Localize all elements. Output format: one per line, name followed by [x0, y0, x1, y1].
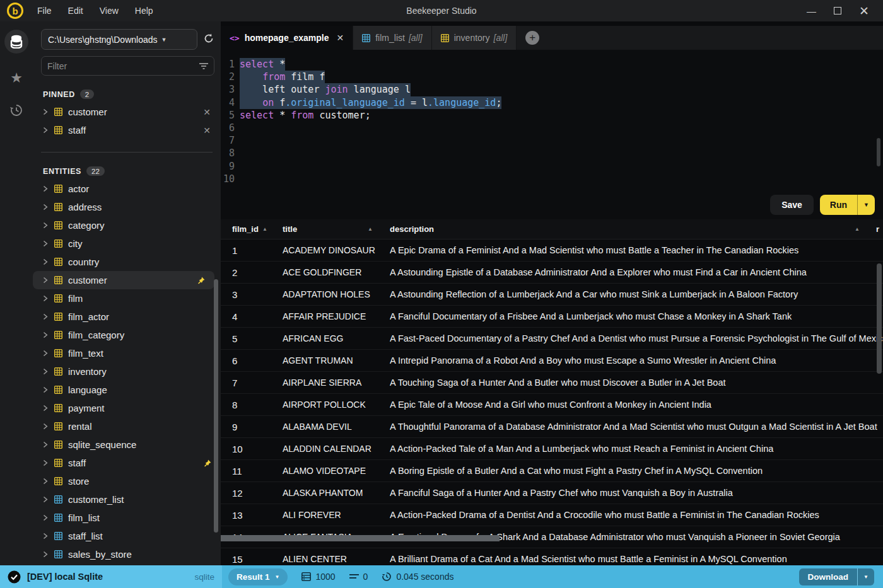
cell-film-id[interactable]: 13: [232, 510, 283, 521]
connection-select[interactable]: C:\Users\ghstng\Downloads ▼: [41, 29, 197, 50]
table-row[interactable]: 2ACE GOLDFINGERA Astounding Epistle of a…: [221, 262, 883, 284]
sidebar-item-address[interactable]: address: [33, 198, 221, 216]
chevron-right-icon[interactable]: [43, 533, 52, 539]
chevron-right-icon[interactable]: [43, 514, 52, 521]
sidebar-item-category[interactable]: category: [33, 216, 221, 234]
column-header-film_id[interactable]: film_id▲: [232, 224, 283, 234]
table-row[interactable]: 3ADAPTATION HOLESA Astounding Reflection…: [221, 284, 883, 306]
sidebar-item-staff_list[interactable]: staff_list: [33, 527, 221, 545]
cell-title[interactable]: ALASKA PHANTOM: [283, 488, 390, 498]
cell-description[interactable]: A Touching Saga of a Hunter And a Butler…: [390, 378, 883, 388]
download-button[interactable]: Download: [799, 568, 858, 585]
sidebar-item-film_actor[interactable]: film_actor: [33, 308, 221, 326]
cell-description[interactable]: A Fast-Paced Documentary of a Pastry Che…: [390, 333, 883, 343]
chevron-right-icon[interactable]: [43, 350, 52, 357]
column-header-description[interactable]: description: [390, 224, 883, 234]
table-row[interactable]: 10ALADDIN CALENDARA Action-Packed Tale o…: [221, 438, 883, 460]
chevron-right-icon[interactable]: [43, 441, 52, 448]
chevron-right-icon[interactable]: [43, 108, 52, 115]
chevron-right-icon[interactable]: [43, 331, 52, 338]
favorites-button[interactable]: ★: [0, 70, 33, 86]
chevron-right-icon[interactable]: [43, 277, 52, 284]
table-row[interactable]: 4AFFAIR PREJUDICEA Fanciful Documentary …: [221, 306, 883, 328]
editor-scrollbar[interactable]: [877, 138, 880, 166]
run-button-label[interactable]: Run: [820, 195, 857, 215]
cell-film-id[interactable]: 10: [232, 444, 283, 454]
cell-description[interactable]: A Fanciful Documentary of a Frisbee And …: [390, 311, 883, 321]
cell-description[interactable]: A Brilliant Drama of a Cat And a Mad Sci…: [390, 554, 883, 564]
filter-input[interactable]: [47, 61, 199, 71]
cell-film-id[interactable]: 6: [232, 355, 283, 366]
pin-icon[interactable]: [197, 276, 206, 285]
cell-description[interactable]: A Action-Packed Tale of a Man And a Lumb…: [390, 444, 883, 454]
chevron-right-icon[interactable]: [43, 386, 52, 393]
cell-title[interactable]: AFFAIR PREJUDICE: [283, 311, 390, 321]
tab-inventory[interactable]: inventory[all]: [432, 26, 517, 50]
result-selector-button[interactable]: Result 1 ▼: [228, 568, 288, 585]
cell-title[interactable]: ADAPTATION HOLES: [283, 289, 390, 299]
table-row[interactable]: 5AFRICAN EGGA Fast-Paced Documentary of …: [221, 328, 883, 350]
pinned-item-customer[interactable]: customer✕: [33, 103, 221, 121]
cell-film-id[interactable]: 5: [232, 333, 283, 344]
chevron-right-icon[interactable]: [43, 204, 52, 210]
table-row[interactable]: 12ALASKA PHANTOMA Fanciful Saga of a Hun…: [221, 482, 883, 504]
menu-edit[interactable]: Edit: [68, 6, 83, 16]
chevron-right-icon[interactable]: [43, 368, 52, 375]
sidebar-item-film_list[interactable]: film_list: [33, 509, 221, 527]
sidebar-item-payment[interactable]: payment: [33, 399, 221, 417]
history-button[interactable]: [0, 103, 33, 118]
chevron-right-icon[interactable]: [43, 185, 52, 192]
cell-film-id[interactable]: 9: [232, 422, 283, 432]
run-dropdown-caret[interactable]: ▼: [858, 195, 875, 215]
download-dropdown-caret[interactable]: ▼: [858, 568, 874, 585]
sort-arrow-icon[interactable]: ▲: [855, 226, 860, 232]
cell-title[interactable]: ALI FOREVER: [283, 510, 390, 520]
sidebar-item-sales_by_store[interactable]: sales_by_store: [33, 545, 221, 563]
cell-title[interactable]: AIRPORT POLLOCK: [283, 400, 390, 410]
table-row[interactable]: 13ALI FOREVERA Action-Packed Drama of a …: [221, 504, 883, 526]
editor-line-10[interactable]: 10: [221, 173, 883, 185]
unpin-close-icon[interactable]: ✕: [203, 125, 211, 135]
chevron-right-icon[interactable]: [43, 551, 52, 558]
pinned-item-staff[interactable]: staff✕: [33, 121, 221, 139]
table-row[interactable]: 7AIRPLANE SIERRAA Touching Saga of a Hun…: [221, 372, 883, 394]
sidebar-item-rental[interactable]: rental: [33, 417, 221, 435]
cell-film-id[interactable]: 8: [232, 400, 283, 410]
sidebar-item-country[interactable]: country: [33, 253, 221, 271]
sidebar-item-customer[interactable]: customer: [33, 271, 214, 289]
unpin-close-icon[interactable]: ✕: [203, 107, 211, 117]
cell-film-id[interactable]: 7: [232, 378, 283, 388]
cell-film-id[interactable]: 15: [232, 554, 283, 565]
chevron-right-icon[interactable]: [43, 258, 52, 265]
editor-line-3[interactable]: 3 left outer join language l: [221, 83, 883, 96]
editor-line-2[interactable]: 2 from film f: [221, 71, 883, 83]
editor-line-4[interactable]: 4 on f.original_language_id = l.language…: [221, 96, 883, 109]
new-tab-button[interactable]: +: [525, 31, 539, 45]
cell-description[interactable]: A Boring Epistle of a Butler And a Cat w…: [390, 466, 883, 476]
sidebar-scrollbar[interactable]: [214, 279, 218, 533]
cell-film-id[interactable]: 4: [232, 311, 283, 322]
entity-filter[interactable]: [41, 56, 214, 76]
cell-description[interactable]: A Astounding Epistle of a Database Admin…: [390, 267, 883, 277]
sidebar-item-sqlite_sequence[interactable]: sqlite_sequence: [33, 435, 221, 454]
cell-film-id[interactable]: 2: [232, 267, 283, 278]
cell-title[interactable]: ALAMO VIDEOTAPE: [283, 466, 390, 476]
table-row[interactable]: 11ALAMO VIDEOTAPEA Boring Epistle of a B…: [221, 460, 883, 482]
sidebar-item-language[interactable]: language: [33, 381, 221, 399]
chevron-right-icon[interactable]: [43, 459, 52, 466]
chevron-right-icon[interactable]: [43, 423, 52, 430]
cell-title[interactable]: ALIEN CENTER: [283, 554, 390, 564]
sort-arrow-icon[interactable]: ▲: [368, 226, 373, 232]
close-icon[interactable]: ✕: [859, 5, 869, 17]
tab-film_list[interactable]: film_list[all]: [353, 26, 431, 50]
cell-description[interactable]: A Action-Packed Drama of a Dentist And a…: [390, 510, 883, 520]
chevron-right-icon[interactable]: [43, 496, 52, 503]
cell-description[interactable]: A Thoughtful Panorama of a Database Admi…: [390, 422, 883, 432]
cell-title[interactable]: AGENT TRUMAN: [283, 355, 390, 366]
table-row[interactable]: 15ALIEN CENTERA Brilliant Drama of a Cat…: [221, 548, 883, 565]
table-row[interactable]: 1ACADEMY DINOSAURA Epic Drama of a Femin…: [221, 239, 883, 262]
sidebar-item-inventory[interactable]: inventory: [33, 362, 221, 381]
editor-line-7[interactable]: 7: [221, 134, 883, 147]
pin-icon[interactable]: [203, 459, 212, 468]
chevron-right-icon[interactable]: [43, 127, 52, 134]
